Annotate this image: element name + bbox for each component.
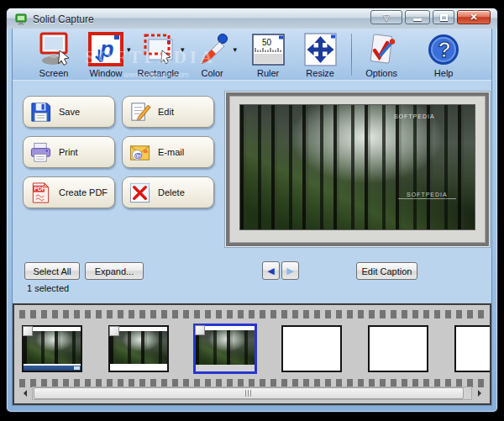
titlebar: Solid Capture ▽ ✕ xyxy=(7,8,497,29)
create-pdf-button[interactable]: PDF Create PDF xyxy=(23,176,115,208)
toolbar-label-rectangle: Rectangle xyxy=(138,68,180,78)
expand-button[interactable]: Expand... xyxy=(85,262,144,280)
thumbnail-2-checkbox[interactable] xyxy=(109,326,119,336)
toolbar-label-window: Window xyxy=(89,68,122,78)
save-button[interactable]: Save xyxy=(23,96,115,128)
thumbnail-3-image xyxy=(196,330,255,365)
toolbar-label-ruler: Ruler xyxy=(257,68,279,78)
filmstrip-scrollbar xyxy=(18,386,486,400)
delete-label: Delete xyxy=(158,187,185,198)
titlebar-buttons: ▽ ✕ xyxy=(370,10,491,29)
previous-capture-button[interactable]: ◀ xyxy=(262,261,280,280)
delete-button[interactable]: Delete xyxy=(122,176,214,208)
select-all-label: Select All xyxy=(33,266,71,276)
thumbnail-4-empty[interactable] xyxy=(281,325,342,372)
toolbar-label-screen: Screen xyxy=(39,68,69,78)
thumbnail-6-empty[interactable] xyxy=(454,325,490,372)
window-dropdown-arrow-icon[interactable]: ▾ xyxy=(127,45,131,54)
thumbnail-2[interactable] xyxy=(108,325,169,372)
printer-icon xyxy=(29,141,52,164)
scrollbar-track[interactable] xyxy=(32,387,472,400)
delete-x-icon xyxy=(129,182,151,204)
help-question-glyph: ? xyxy=(438,38,451,61)
toolbar-button-options[interactable]: Options xyxy=(362,32,401,78)
edit-label: Edit xyxy=(158,107,174,118)
edit-button[interactable]: Edit xyxy=(122,96,214,128)
action-button-panel: Save Edit xyxy=(23,96,214,208)
email-label: E-mail xyxy=(158,147,184,158)
email-at-glyph: @ xyxy=(134,150,141,159)
color-picker-icon xyxy=(193,32,232,67)
options-icon xyxy=(362,32,401,67)
rollup-triangle-icon: ▽ xyxy=(383,13,390,22)
toolbar-button-resize[interactable]: Resize xyxy=(301,32,339,78)
maximize-button[interactable] xyxy=(433,10,454,24)
thumbnail-3-checkbox[interactable] xyxy=(195,325,205,335)
photo-watermark-top: SOFTPEDIA xyxy=(394,113,435,119)
resize-icon xyxy=(301,32,339,67)
toolbar-separator xyxy=(351,34,352,76)
photo-watermark-bottom: SOFTPEDIA xyxy=(398,192,456,199)
next-capture-button[interactable]: ▶ xyxy=(281,261,299,280)
close-button[interactable]: ✕ xyxy=(457,10,491,24)
help-icon: ? xyxy=(424,32,463,67)
maximize-icon xyxy=(440,14,448,21)
scrollbar-right-button[interactable] xyxy=(473,387,486,400)
rectangle-dropdown-arrow-icon[interactable]: ▾ xyxy=(181,45,185,54)
email-envelope-icon: @ xyxy=(129,141,151,164)
preview-photo: SOFTPEDIA SOFTPEDIA xyxy=(240,105,475,229)
thumbnail-1[interactable] xyxy=(22,325,82,372)
select-all-button[interactable]: Select All xyxy=(24,262,80,280)
client-area: Screen p Window ▾ xyxy=(12,29,492,406)
toolbar-button-color[interactable]: Color xyxy=(193,32,232,78)
close-icon: ✕ xyxy=(470,13,477,22)
toolbar-button-rectangle[interactable]: Rectangle xyxy=(138,32,180,78)
save-floppy-icon xyxy=(29,101,52,124)
color-dropdown-arrow-icon[interactable]: ▾ xyxy=(234,45,238,54)
next-arrow-icon: ▶ xyxy=(286,266,293,276)
thumbnail-3-selected[interactable] xyxy=(193,324,257,374)
toolbar-button-window[interactable]: p Window xyxy=(87,32,125,78)
window-title: Solid Capture xyxy=(33,13,94,25)
toolbar: Screen p Window ▾ xyxy=(13,29,491,81)
scrollbar-thumb[interactable] xyxy=(34,387,464,399)
save-label: Save xyxy=(59,107,80,118)
edit-caption-label: Edit Caption xyxy=(362,266,412,276)
pdf-badge-glyph: PDF xyxy=(34,186,45,192)
scroll-right-icon xyxy=(478,390,481,397)
filmstrip xyxy=(13,303,491,405)
toolbar-label-color: Color xyxy=(201,68,223,78)
minimize-icon xyxy=(413,18,422,21)
scroll-left-icon xyxy=(24,390,27,397)
previous-arrow-icon: ◀ xyxy=(267,266,274,276)
rectangle-capture-icon xyxy=(139,32,177,67)
toolbar-label-options: Options xyxy=(365,68,397,78)
thumbnail-5-empty[interactable] xyxy=(368,325,428,372)
scrollbar-left-button[interactable] xyxy=(18,387,31,400)
window-capture-icon: p xyxy=(87,32,125,67)
thumbnail-1-checkbox[interactable] xyxy=(23,326,33,336)
print-button[interactable]: Print xyxy=(23,136,115,168)
toolbar-label-resize: Resize xyxy=(306,68,334,78)
app-icon xyxy=(15,13,28,25)
ruler-value-glyph: 50 xyxy=(262,38,272,47)
solid-capture-window: Solid Capture ▽ ✕ xyxy=(7,8,497,412)
minimize-button[interactable] xyxy=(405,10,430,24)
toolbar-button-ruler[interactable]: 50 Ruler xyxy=(249,32,287,78)
email-button[interactable]: @ E-mail xyxy=(122,136,214,168)
preview-frame: SOFTPEDIA SOFTPEDIA xyxy=(226,92,489,246)
film-sprocket-holes-top xyxy=(19,310,485,318)
thumbnail-row xyxy=(14,324,490,374)
toolbar-button-screen[interactable]: Screen xyxy=(34,32,73,78)
expand-label: Expand... xyxy=(95,266,134,276)
screen-capture-icon xyxy=(34,32,73,67)
capture-preview: SOFTPEDIA SOFTPEDIA xyxy=(224,91,491,248)
main-content: Save Edit xyxy=(13,81,491,302)
toolbar-label-help: Help xyxy=(434,68,454,78)
ruler-icon: 50 xyxy=(249,32,287,67)
create-pdf-label: Create PDF xyxy=(59,187,108,198)
toolbar-button-help[interactable]: ? Help xyxy=(424,32,463,78)
scrollbar-grip-icon xyxy=(245,390,253,397)
edit-caption-button[interactable]: Edit Caption xyxy=(356,262,417,280)
rollup-button[interactable]: ▽ xyxy=(370,10,402,24)
